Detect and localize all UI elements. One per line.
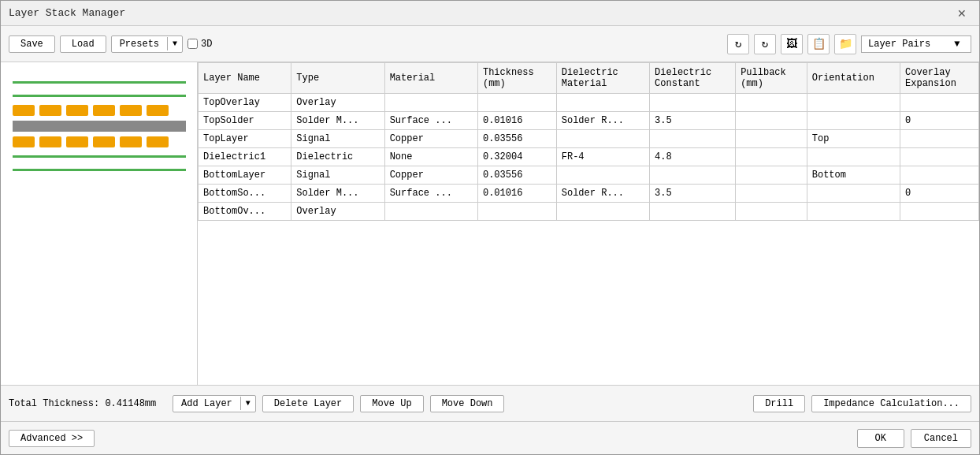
table-row[interactable]: TopSolderSolder M...Surface ...0.01016So… bbox=[199, 112, 979, 130]
cell-col-8 bbox=[900, 203, 979, 221]
3d-checkbox[interactable] bbox=[187, 39, 198, 49]
image-button-3[interactable]: 📁 bbox=[834, 34, 856, 54]
bottom-bar: Total Thickness: 0.41148mm Add Layer ▼ D… bbox=[1, 385, 979, 421]
cell-col-5: 3.5 bbox=[650, 185, 736, 203]
cell-col-5 bbox=[650, 94, 736, 112]
col-layer-name: Layer Name bbox=[199, 63, 291, 94]
image-button-1[interactable]: 🖼 bbox=[781, 34, 803, 54]
dot2 bbox=[39, 105, 61, 116]
table-row[interactable]: BottomOv...Overlay bbox=[199, 203, 979, 221]
image-icon-3: 📁 bbox=[839, 37, 852, 50]
advanced-button[interactable]: Advanced >> bbox=[9, 430, 95, 447]
cell-col-0: BottomSo... bbox=[199, 185, 291, 203]
col-material: Material bbox=[384, 63, 477, 94]
load-button[interactable]: Load bbox=[60, 35, 106, 53]
cell-col-6 bbox=[736, 112, 807, 130]
close-button[interactable]: ✕ bbox=[952, 6, 971, 21]
cell-col-1: Overlay bbox=[291, 94, 384, 112]
dot4 bbox=[93, 105, 115, 116]
delete-layer-button[interactable]: Delete Layer bbox=[262, 395, 354, 412]
dot5 bbox=[120, 105, 142, 116]
cell-col-3: 0.01016 bbox=[477, 112, 556, 130]
move-up-button[interactable]: Move Up bbox=[360, 395, 423, 412]
bottom-layer-visual bbox=[13, 136, 186, 147]
cell-col-8 bbox=[900, 148, 979, 166]
cell-col-4 bbox=[556, 94, 649, 112]
layer-pairs-dropdown[interactable]: Layer Pairs ▼ bbox=[861, 35, 971, 53]
col-type: Type bbox=[291, 63, 384, 94]
table-row[interactable]: BottomLayerSignalCopper0.03556Bottom bbox=[199, 166, 979, 185]
bottom-overlay-visual bbox=[13, 169, 186, 171]
cell-col-2 bbox=[384, 94, 477, 112]
footer: Advanced >> OK Cancel bbox=[1, 421, 979, 454]
drill-button[interactable]: Drill bbox=[753, 395, 805, 412]
cell-col-3: 0.01016 bbox=[477, 185, 556, 203]
cell-col-8 bbox=[900, 166, 979, 185]
bdot5 bbox=[120, 136, 142, 147]
add-layer-dropdown[interactable]: Add Layer ▼ bbox=[173, 395, 256, 412]
cell-col-8 bbox=[900, 130, 979, 148]
cell-col-1: Solder M... bbox=[291, 185, 384, 203]
cell-col-5: 3.5 bbox=[650, 112, 736, 130]
presets-dropdown[interactable]: Presets ▼ bbox=[111, 35, 183, 53]
cell-col-4: Solder R... bbox=[556, 185, 649, 203]
cell-col-1: Solder M... bbox=[291, 112, 384, 130]
cell-col-2: Surface ... bbox=[384, 185, 477, 203]
cell-col-3: 0.03556 bbox=[477, 130, 556, 148]
cell-col-7 bbox=[807, 148, 900, 166]
left-panel bbox=[1, 62, 198, 385]
cell-col-2: Copper bbox=[384, 166, 477, 185]
top-overlay-visual bbox=[13, 81, 186, 84]
table-row[interactable]: BottomSo...Solder M...Surface ...0.01016… bbox=[199, 185, 979, 203]
cell-col-2: Surface ... bbox=[384, 112, 477, 130]
layer-pairs-arrow-icon: ▼ bbox=[954, 39, 960, 50]
move-down-button[interactable]: Move Down bbox=[430, 395, 505, 412]
cell-col-0: TopLayer bbox=[199, 130, 291, 148]
cell-col-5 bbox=[650, 166, 736, 185]
cell-col-5 bbox=[650, 203, 736, 221]
col-dielectric-constant: DielectricConstant bbox=[650, 63, 736, 94]
dot6 bbox=[147, 105, 169, 116]
col-pullback: Pullback(mm) bbox=[736, 63, 807, 94]
col-orientation: Orientation bbox=[807, 63, 900, 94]
cell-col-6 bbox=[736, 94, 807, 112]
bdot1 bbox=[13, 136, 35, 147]
redo-button[interactable]: ↻ bbox=[754, 34, 776, 54]
col-thickness: Thickness(mm) bbox=[477, 63, 556, 94]
impedance-button[interactable]: Impedance Calculation... bbox=[811, 395, 971, 412]
ok-button[interactable]: OK bbox=[857, 429, 904, 448]
cell-col-6 bbox=[736, 203, 807, 221]
top-solder-visual bbox=[13, 95, 186, 97]
cell-col-8 bbox=[900, 94, 979, 112]
cell-col-6 bbox=[736, 185, 807, 203]
add-layer-arrow-icon: ▼ bbox=[240, 397, 255, 410]
cell-col-7 bbox=[807, 112, 900, 130]
cell-col-5: 4.8 bbox=[650, 148, 736, 166]
cell-col-1: Overlay bbox=[291, 203, 384, 221]
cell-col-7 bbox=[807, 203, 900, 221]
cell-col-3 bbox=[477, 94, 556, 112]
save-button[interactable]: Save bbox=[9, 35, 55, 53]
cell-col-0: BottomOv... bbox=[199, 203, 291, 221]
cell-col-7: Bottom bbox=[807, 166, 900, 185]
cell-col-4: Solder R... bbox=[556, 112, 649, 130]
cell-col-7 bbox=[807, 94, 900, 112]
dot1 bbox=[13, 105, 35, 116]
cell-col-2 bbox=[384, 203, 477, 221]
cell-col-0: Dielectric1 bbox=[199, 148, 291, 166]
undo-button[interactable]: ↺ bbox=[727, 34, 749, 54]
table-row[interactable]: TopOverlayOverlay bbox=[199, 94, 979, 112]
image-button-2[interactable]: 📋 bbox=[807, 34, 830, 54]
bdot3 bbox=[66, 136, 88, 147]
top-layer-visual bbox=[13, 105, 186, 116]
cell-col-6 bbox=[736, 148, 807, 166]
right-panel: Layer Name Type Material Thickness(mm) D… bbox=[198, 62, 979, 385]
footer-right: OK Cancel bbox=[857, 429, 971, 448]
table-row[interactable]: Dielectric1DielectricNone0.32004FR-44.8 bbox=[199, 148, 979, 166]
cancel-button[interactable]: Cancel bbox=[911, 429, 971, 448]
cell-col-3 bbox=[477, 203, 556, 221]
bdot4 bbox=[93, 136, 115, 147]
dielectric-visual bbox=[13, 121, 186, 132]
table-row[interactable]: TopLayerSignalCopper0.03556Top bbox=[199, 130, 979, 148]
3d-checkbox-label[interactable]: 3D bbox=[187, 39, 212, 50]
